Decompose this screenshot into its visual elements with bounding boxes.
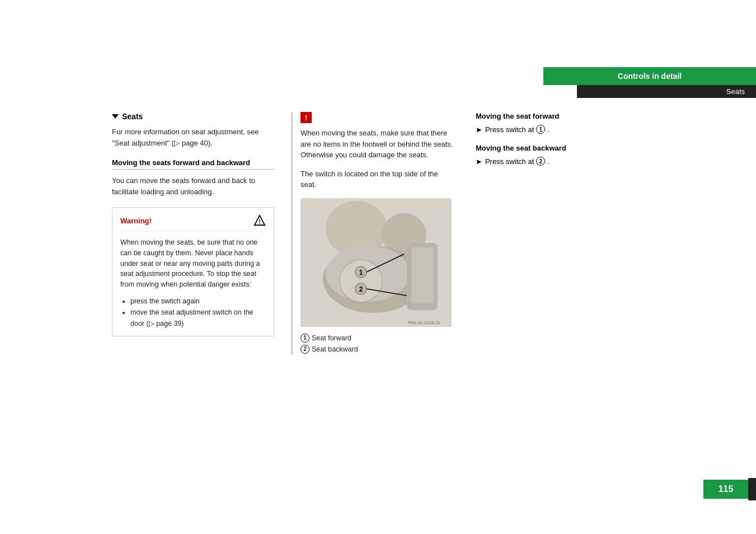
circle-2: 2	[300, 345, 309, 354]
section-intro: For more information on seat adjustment,…	[112, 127, 274, 148]
seat-image: 1 2 P91.00-2129-31	[300, 198, 452, 327]
controls-in-detail-label: Controls in detail	[543, 67, 756, 85]
main-content: Seats For more information on seat adjus…	[0, 112, 756, 355]
caption-2-text: Seat backward	[312, 344, 358, 355]
left-column: Seats For more information on seat adjus…	[112, 112, 291, 355]
caption-1-text: Seat forward	[312, 332, 351, 344]
forward-section: Moving the seat forward ► Press switch a…	[476, 112, 632, 134]
backward-period: .	[547, 157, 550, 166]
svg-rect-15	[411, 247, 434, 303]
section-title: Seats	[112, 112, 274, 121]
backward-arrow: ►	[476, 157, 483, 166]
page-number: 115	[703, 480, 748, 499]
caption-item-2: 2 Seat backward	[300, 344, 453, 355]
warning-box: Warning! ! When moving the seats, be sur…	[112, 207, 274, 336]
forward-period: .	[547, 125, 550, 134]
note-box: ! When moving the seats, make sure that …	[300, 112, 453, 161]
switch-location-text: The switch is located on the top side of…	[300, 168, 453, 190]
warning-triangle-icon: !	[253, 214, 266, 227]
svg-text:P91.00-2129-31: P91.00-2129-31	[408, 320, 441, 325]
forward-title: Moving the seat forward	[476, 112, 632, 120]
warning-bullets: press the switch again move the seat adj…	[120, 296, 266, 329]
note-icon: !	[300, 112, 312, 123]
middle-column: ! When moving the seats, make sure that …	[291, 112, 464, 355]
caption-item-1: 1 Seat forward	[300, 332, 453, 344]
note-text: When moving the seats, make sure that th…	[300, 128, 453, 161]
warning-bullet-2: move the seat adjustment switch on the d…	[130, 307, 266, 329]
backward-title: Moving the seat backward	[476, 144, 632, 152]
forward-circle-num: 1	[536, 125, 545, 134]
header-bar: Controls in detail Seats	[521, 67, 756, 98]
svg-text:1: 1	[359, 269, 363, 277]
warning-title: Warning!	[120, 217, 152, 225]
subsection-title: Moving the seats forward and backward	[112, 158, 274, 170]
page-number-side-bar	[748, 478, 756, 500]
backward-circle-num: 2	[536, 157, 545, 166]
section-title-text: Seats	[122, 112, 143, 121]
backward-instruction-text: Press switch at	[485, 157, 534, 166]
backward-instruction: ► Press switch at 2 .	[476, 157, 632, 166]
page-number-container: 115	[703, 478, 756, 500]
warning-bullet-1: press the switch again	[130, 296, 266, 307]
forward-instruction-text: Press switch at	[485, 125, 534, 134]
right-column: Moving the seat forward ► Press switch a…	[464, 112, 632, 355]
svg-text:2: 2	[359, 285, 363, 293]
warning-body-text: When moving the seats, be sure that no o…	[120, 237, 266, 290]
triangle-icon	[112, 114, 119, 119]
image-caption: 1 Seat forward 2 Seat backward	[300, 332, 453, 355]
seats-header-label: Seats	[577, 85, 756, 98]
forward-instruction: ► Press switch at 1 .	[476, 125, 632, 134]
svg-text:!: !	[259, 219, 260, 225]
circle-1: 1	[300, 334, 309, 343]
backward-section: Moving the seat backward ► Press switch …	[476, 144, 632, 166]
warning-title-row: Warning! !	[120, 214, 266, 232]
seat-illustration: 1 2 P91.00-2129-31	[300, 198, 452, 327]
forward-arrow: ►	[476, 125, 483, 134]
subsection-text: You can move the seats forward and back …	[112, 175, 274, 197]
